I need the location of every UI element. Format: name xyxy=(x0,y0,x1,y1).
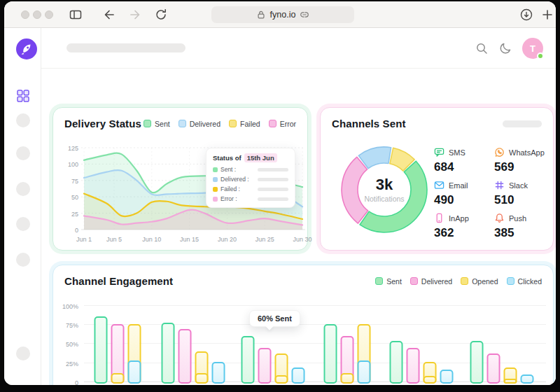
legend-label: Error xyxy=(280,120,296,128)
legend-swatch xyxy=(410,277,418,285)
user-avatar[interactable]: T xyxy=(522,38,543,59)
y-tick-label: 50 xyxy=(60,194,78,201)
stat-value: 569 xyxy=(494,160,554,174)
tooltip-label: Error : xyxy=(220,195,237,202)
zoom-button[interactable] xyxy=(45,10,53,19)
sidebar-item-placeholder[interactable] xyxy=(16,253,30,267)
close-button[interactable] xyxy=(21,10,29,19)
download-icon[interactable] xyxy=(519,8,533,22)
bar-segment-opened xyxy=(274,375,288,384)
app-shell: T Delivery Status SentDeliveredFailedErr… xyxy=(4,28,556,385)
channel-engagement-card: Channel Engagement SentDeliveredOpenedCl… xyxy=(52,265,554,385)
back-icon[interactable] xyxy=(102,8,116,22)
legend-item-failed: Failed xyxy=(229,120,260,128)
sidebar-item-placeholder[interactable] xyxy=(16,346,30,360)
sidebar-item-placeholder[interactable] xyxy=(16,217,30,231)
y-tick-label: 50% xyxy=(59,341,78,348)
new-tab-icon[interactable] xyxy=(540,8,554,22)
dark-mode-moon-icon[interactable] xyxy=(498,41,512,55)
tooltip-label: Failed : xyxy=(220,186,240,192)
reload-icon[interactable] xyxy=(154,8,168,22)
card-menu-skeleton xyxy=(503,120,542,127)
forward-icon[interactable] xyxy=(128,8,142,22)
y-tick-label: 25 xyxy=(60,211,78,218)
stat-value: 510 xyxy=(494,193,554,207)
bar-clicked-slack xyxy=(520,374,533,384)
sidebar-item-placeholder[interactable] xyxy=(16,182,30,196)
stat-label: Email xyxy=(449,181,468,190)
delivery-status-title: Delivery Status xyxy=(64,118,141,130)
bar-sent-email xyxy=(241,336,254,384)
stat-label: WhatsApp xyxy=(509,148,545,157)
legend-label: Sent xyxy=(386,277,402,286)
channels-donut-chart: 3k Notifications xyxy=(339,144,430,235)
search-skeleton xyxy=(66,43,186,52)
legend-item-sent: Sent xyxy=(144,120,170,128)
fyno-logo[interactable] xyxy=(16,38,37,59)
delivery-status-legend: SentDeliveredFailedError xyxy=(144,120,296,128)
y-tick-label: 0 xyxy=(60,227,78,234)
bar-segment-clicked xyxy=(357,360,370,384)
sidebar-item-placeholder[interactable] xyxy=(16,146,30,160)
channel-engagement-chart: 025%50%75%100% 60% Sent SMSWhatsAppEmail… xyxy=(59,306,549,385)
legend-swatch xyxy=(461,277,468,285)
sidebar-toggle-icon[interactable] xyxy=(69,8,83,22)
tooltip-row: Error : xyxy=(213,195,288,202)
stat-label: Push xyxy=(509,214,526,223)
sidebar-item-dashboard[interactable] xyxy=(17,90,29,102)
chart-tooltip: Status of 15th Jun Sent :Delivered :Fail… xyxy=(206,148,295,208)
sidebar-item-placeholder[interactable] xyxy=(16,113,30,127)
bar-tooltip: 60% Sent xyxy=(249,310,300,327)
tooltip-value-skeleton xyxy=(258,188,288,191)
x-tick-label: Jun 20 xyxy=(218,236,237,243)
email-icon xyxy=(434,180,444,190)
tooltip-value-skeleton xyxy=(258,178,288,181)
inapp-icon xyxy=(434,213,444,223)
channel-stat-whatsapp: WhatsApp569 xyxy=(494,147,554,180)
legend-item-sent: Sent xyxy=(375,277,402,286)
tooltip-label: Delivered : xyxy=(220,176,249,183)
tooltip-row: Sent : xyxy=(213,166,288,173)
y-tick-label: 75 xyxy=(60,178,78,185)
bar-opened-sms xyxy=(127,324,141,384)
bar-segment-opened xyxy=(111,373,124,384)
stat-value: 684 xyxy=(434,160,494,174)
rocket-icon xyxy=(16,38,37,59)
legend-label: Sent xyxy=(155,120,170,128)
tooltip-value-skeleton xyxy=(258,168,288,172)
bar-segment-opened xyxy=(340,373,354,384)
y-tick-label: 25% xyxy=(59,360,78,368)
legend-item-clicked: Clicked xyxy=(507,277,542,286)
bar-opened-inapp xyxy=(423,362,436,384)
bar-sent-inapp xyxy=(389,341,402,384)
x-tick-label: Jun 1 xyxy=(76,236,92,243)
stat-value: 490 xyxy=(434,193,494,207)
delivery-status-chart: 0255075100125 Jun 1Jun 5Jun 10Jun 15Jun … xyxy=(60,145,304,250)
minimize-button[interactable] xyxy=(33,10,41,19)
bar-group-whatsapp: WhatsApp xyxy=(161,307,225,385)
channels-sent-title: Channels Sent xyxy=(332,118,406,130)
donut-slice-pink xyxy=(342,157,368,223)
bar-segment-clicked xyxy=(127,360,141,384)
bar-sent-push xyxy=(323,324,337,384)
y-tick-label: 100% xyxy=(59,303,78,310)
tooltip-swatch xyxy=(213,197,218,202)
address-bar[interactable]: fyno.io xyxy=(211,6,354,23)
legend-swatch xyxy=(144,120,151,127)
link-icon[interactable] xyxy=(300,10,309,20)
channel-engagement-legend: SentDeliveredOpenedClicked xyxy=(375,277,542,286)
channel-stat-sms: SMS684 xyxy=(434,147,494,180)
bar-clicked-inapp xyxy=(440,370,453,384)
bar-segment-opened xyxy=(503,379,517,384)
legend-swatch xyxy=(178,120,186,127)
legend-label: Failed xyxy=(240,120,260,128)
bar-delivered-email xyxy=(258,348,271,384)
tooltip-date: 15th Jun xyxy=(244,153,277,162)
sidebar xyxy=(4,28,41,385)
x-tick-label: Jun 10 xyxy=(142,236,161,243)
bar-group-slack: Slack xyxy=(470,307,533,385)
channel-stats-grid: SMS684WhatsApp569Email490Slack510InApp36… xyxy=(434,147,554,246)
bar-delivered-slack xyxy=(486,354,500,384)
legend-item-delivered: Delivered xyxy=(410,277,452,286)
search-icon[interactable] xyxy=(475,41,489,55)
